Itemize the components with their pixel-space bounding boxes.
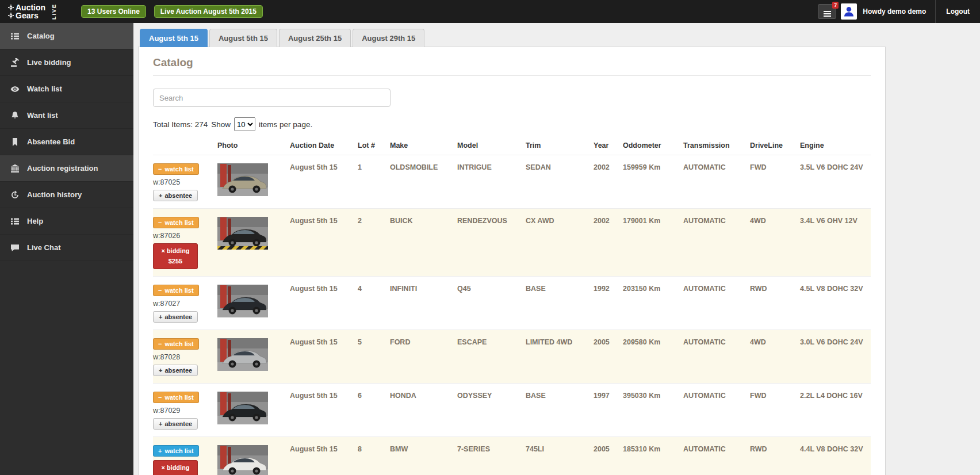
car-photo[interactable] — [217, 392, 268, 424]
page-title: Catalog — [153, 56, 871, 76]
sidebar-item-help[interactable]: Help — [0, 208, 133, 235]
trim-cell: SEDAN — [526, 155, 594, 209]
absentee-button[interactable]: +absentee — [153, 418, 198, 430]
tab-august-5th-15-0[interactable]: August 5th 15 — [140, 29, 208, 47]
notifications-button[interactable]: 7 — [818, 4, 836, 19]
car-photo[interactable] — [217, 217, 268, 250]
watch-list-button[interactable]: −watch list — [153, 392, 199, 403]
year-cell: 1992 — [594, 277, 623, 330]
trim-cell: CX AWD — [526, 209, 594, 277]
per-page-select[interactable]: 10 — [234, 117, 255, 131]
car-photo[interactable] — [217, 445, 268, 475]
absentee-button[interactable]: +absentee — [153, 190, 198, 201]
auction-date-cell: August 5th 15 — [290, 330, 358, 384]
lot-number-cell: 5 — [358, 330, 390, 384]
list-icon — [818, 11, 836, 17]
tab-august-29th-15-3[interactable]: August 29th 15 — [353, 29, 424, 47]
transmission-cell: AUTOMATIC — [683, 209, 750, 277]
absentee-label: absentee — [164, 192, 192, 199]
column-header: Make — [390, 136, 457, 155]
absentee-button[interactable]: +absentee — [153, 365, 198, 376]
app-logo[interactable]: Auction Gears LIVE — [0, 3, 57, 20]
watch-list-button[interactable]: −watch list — [153, 338, 199, 350]
odometer-cell: 159959 Km — [623, 155, 683, 209]
table-row: −watch listw:87028+absenteeAugust 5th 15… — [153, 330, 871, 384]
user-icon — [843, 5, 855, 18]
trim-cell: BASE — [526, 277, 594, 330]
minus-icon: − — [158, 287, 162, 294]
lot-number-cell: 6 — [358, 384, 390, 437]
sidebar-item-auction-history[interactable]: Auction history — [0, 182, 133, 208]
plus-icon: + — [159, 420, 162, 427]
gear-icon — [8, 5, 14, 10]
tab-august-5th-15-1[interactable]: August 5th 15 — [209, 29, 277, 47]
sidebar-item-absentee-bid[interactable]: Absentee Bid — [0, 129, 133, 155]
column-header: Engine — [800, 136, 871, 155]
absentee-button[interactable]: +absentee — [153, 311, 198, 323]
absentee-label: absentee — [164, 313, 192, 320]
column-header: Trim — [526, 136, 594, 155]
sidebar-item-live-chat[interactable]: Live Chat — [0, 235, 133, 261]
make-cell: HONDA — [390, 384, 457, 437]
sidebar-item-label: Live bidding — [27, 58, 71, 67]
bid-amount: $255 — [160, 256, 190, 267]
driveline-cell: FWD — [750, 384, 800, 437]
minus-icon: − — [158, 219, 162, 226]
history-icon — [10, 190, 20, 200]
driveline-cell: RWD — [750, 437, 800, 475]
table-row: −watch listw:87025+absenteeAugust 5th 15… — [153, 155, 871, 209]
driveline-cell: RWD — [750, 277, 800, 330]
sidebar-item-catalog[interactable]: Catalog — [0, 23, 133, 49]
bidding-button[interactable]: × bidding$255 — [153, 243, 198, 269]
sidebar-item-want-list[interactable]: Want list — [0, 102, 133, 129]
lot-number-cell: 8 — [358, 437, 390, 475]
model-cell: INTRIGUE — [457, 155, 526, 209]
tab-august-25th-15-2[interactable]: August 25th 15 — [279, 29, 351, 47]
sidebar-item-label: Live Chat — [27, 243, 61, 252]
search-input[interactable] — [153, 89, 391, 107]
logout-button[interactable]: Logout — [935, 0, 980, 23]
year-cell: 2002 — [594, 155, 623, 209]
watch-number: w:87027 — [153, 300, 180, 308]
column-header: Transmission — [683, 136, 750, 155]
sidebar-item-live-bidding[interactable]: Live bidding — [0, 49, 133, 76]
sidebar-item-label: Absentee Bid — [27, 137, 75, 146]
watch-list-button[interactable]: +watch list — [153, 445, 199, 457]
car-photo[interactable] — [217, 285, 268, 317]
watch-number: w:87028 — [153, 353, 180, 361]
column-header: Year — [594, 136, 623, 155]
auction-date-cell: August 5th 15 — [290, 209, 358, 277]
sidebar-item-auction-registration[interactable]: Auction registration — [0, 155, 133, 182]
column-header: Oddometer — [623, 136, 683, 155]
sidebar-item-watch-list[interactable]: Watch list — [0, 76, 133, 102]
odometer-cell: 185310 Km — [623, 437, 683, 475]
actions-cell: −watch listw:87027+absentee — [153, 277, 217, 330]
driveline-cell: 4WD — [750, 209, 800, 277]
odometer-cell: 209580 Km — [623, 330, 683, 384]
eye-icon — [10, 85, 20, 94]
transmission-cell: AUTOMATIC — [683, 330, 750, 384]
car-photo[interactable] — [217, 338, 268, 371]
watch-number: w:87029 — [153, 407, 180, 415]
make-cell: INFINITI — [390, 277, 457, 330]
sidebar-item-label: Auction registration — [27, 164, 98, 173]
avatar[interactable] — [841, 3, 857, 20]
bidding-button[interactable]: × bidding$3,000 — [153, 460, 198, 475]
catalog-table: PhotoAuction DateLot #MakeModelTrimYearO… — [153, 136, 871, 475]
watch-list-label: watch list — [164, 394, 193, 401]
watch-list-button[interactable]: −watch list — [153, 217, 199, 228]
car-photo[interactable] — [217, 163, 268, 196]
column-header — [153, 136, 217, 155]
photo-cell — [217, 277, 290, 330]
trim-cell: 745LI — [526, 437, 594, 475]
watch-number: w:87025 — [153, 178, 180, 186]
main-content: August 5th 15August 5th 15August 25th 15… — [133, 23, 980, 475]
watch-list-button[interactable]: −watch list — [153, 163, 199, 175]
driveline-cell: FWD — [750, 155, 800, 209]
watch-list-button[interactable]: −watch list — [153, 285, 199, 296]
transmission-cell: AUTOMATIC — [683, 384, 750, 437]
plus-icon: + — [159, 192, 162, 199]
year-cell: 1997 — [594, 384, 623, 437]
gear-icon — [8, 13, 14, 18]
table-row: −watch listw:87029+absenteeAugust 5th 15… — [153, 384, 871, 437]
